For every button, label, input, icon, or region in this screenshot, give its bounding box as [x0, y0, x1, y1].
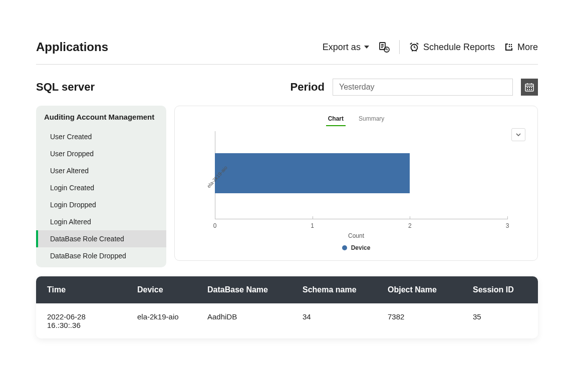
cell-db-name: AadhiDB [196, 303, 292, 338]
results-table: Time Device DataBase Name Schema name Ob… [36, 276, 538, 338]
col-session[interactable]: Session ID [462, 276, 538, 303]
svg-point-16 [511, 46, 512, 48]
col-device[interactable]: Device [126, 276, 196, 303]
svg-rect-24 [527, 89, 528, 90]
svg-point-13 [509, 44, 510, 46]
bar-chart: 0123ela-2k19-aio [215, 131, 507, 231]
legend-label: Device [351, 244, 371, 251]
period-select-value: Yesterday [339, 83, 375, 92]
more-label: More [517, 42, 538, 53]
x-tick [410, 216, 410, 219]
more-options-icon [504, 42, 514, 52]
export-as-button[interactable]: Export as [323, 42, 369, 53]
cell-schema: 34 [292, 303, 377, 338]
table-row[interactable]: 2022-06-28 16.:30:.36ela-2k19-aioAadhiDB… [36, 303, 538, 338]
svg-line-10 [414, 48, 416, 48]
page-title: Applications [36, 40, 108, 54]
alarm-clock-icon [409, 42, 420, 53]
chart-legend: Device [185, 244, 527, 251]
period-control: Period Yesterday [291, 79, 538, 96]
chart-options-button[interactable] [511, 128, 525, 141]
x-tick-label: 3 [506, 222, 509, 229]
caret-down-icon [364, 46, 369, 49]
report-category-sidebar: Auditing Account Management User Created… [36, 106, 166, 267]
svg-point-14 [511, 44, 512, 46]
col-object[interactable]: Object Name [377, 276, 462, 303]
svg-rect-26 [531, 89, 532, 90]
svg-line-6 [387, 50, 388, 50]
cell-object: 7382 [377, 303, 462, 338]
more-button[interactable]: More [504, 42, 538, 53]
calendar-icon [524, 82, 534, 92]
x-axis-label: Count [185, 232, 527, 239]
col-schema[interactable]: Schema name [292, 276, 377, 303]
schedule-reports-label: Schedule Reports [423, 42, 495, 53]
col-time[interactable]: Time [36, 276, 126, 303]
sidebar-item-login-altered[interactable]: Login Altered [36, 213, 166, 230]
svg-rect-25 [529, 89, 530, 90]
header-divider [399, 40, 400, 54]
svg-line-11 [412, 50, 413, 51]
sidebar-item-login-dropped[interactable]: Login Dropped [36, 196, 166, 213]
export-as-label: Export as [323, 42, 361, 53]
svg-point-15 [509, 46, 510, 48]
schedule-reports-button[interactable]: Schedule Reports [409, 42, 495, 53]
col-db-name[interactable]: DataBase Name [196, 276, 292, 303]
cell-time: 2022-06-28 16.:30:.36 [36, 303, 126, 338]
sidebar-item-user-created[interactable]: User Created [36, 128, 166, 145]
x-tick [313, 216, 313, 219]
chart-view-tabs: ChartSummary [185, 112, 527, 126]
x-tick-label: 0 [213, 222, 217, 229]
scheduled-export-icon[interactable] [378, 41, 390, 53]
chart-card: ChartSummary 0123ela-2k19-aio Count Devi… [174, 106, 538, 261]
subheader-row: SQL server Period Yesterday [36, 79, 538, 96]
chevron-down-icon [516, 133, 521, 136]
chart-tab-chart[interactable]: Chart [326, 112, 346, 126]
x-tick-label: 1 [311, 222, 314, 229]
x-tick [507, 216, 508, 219]
table-header-row: Time Device DataBase Name Schema name Ob… [36, 276, 538, 303]
period-label: Period [291, 81, 325, 94]
sidebar-item-database-role-created[interactable]: DataBase Role Created [36, 230, 166, 247]
sidebar-title: Auditing Account Management [36, 106, 166, 128]
legend-swatch [342, 245, 347, 250]
header-actions: Export as Schedule Reports [323, 40, 538, 54]
page-header: Applications Export as [36, 40, 538, 65]
cell-session: 35 [462, 303, 538, 338]
bar-ela-2k19-aio[interactable] [215, 153, 410, 193]
x-axis [215, 219, 507, 219]
svg-rect-22 [529, 87, 530, 88]
x-tick [215, 216, 215, 219]
sidebar-item-login-created[interactable]: Login Created [36, 179, 166, 196]
sidebar-item-user-dropped[interactable]: User Dropped [36, 145, 166, 162]
x-tick-label: 2 [408, 222, 412, 229]
svg-line-12 [416, 50, 417, 51]
sidebar-item-user-altered[interactable]: User Altered [36, 162, 166, 179]
period-select[interactable]: Yesterday [333, 79, 513, 96]
section-title: SQL server [36, 81, 95, 94]
calendar-button[interactable] [521, 79, 538, 96]
chart-tab-summary[interactable]: Summary [357, 112, 386, 126]
cell-device: ela-2k19-aio [126, 303, 196, 338]
sidebar-item-database-role-dropped[interactable]: DataBase Role Dropped [36, 247, 166, 264]
svg-rect-23 [531, 87, 532, 88]
svg-rect-21 [527, 87, 528, 88]
